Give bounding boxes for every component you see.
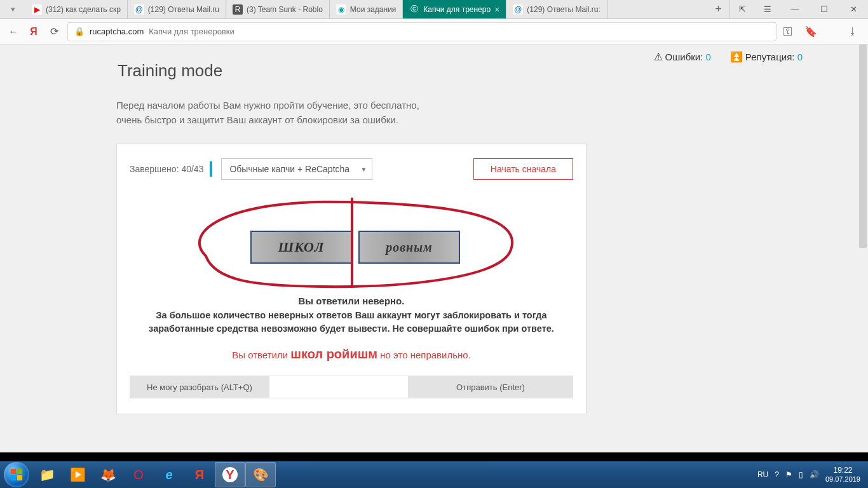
taskbar-opera-icon[interactable]: O — [123, 462, 154, 487]
tab-list-button[interactable]: ▾ — [0, 0, 25, 18]
tab-favicon: @ — [513, 4, 523, 15]
wrong-body: За большое количество неверных ответов В… — [130, 309, 573, 336]
intro-text: Перед началом работы Вам нужно пройти об… — [116, 98, 447, 127]
taskbar-media-icon[interactable]: ▶️ — [62, 462, 93, 487]
cant-read-button[interactable]: Не могу разобрать (ALT+Q) — [130, 376, 269, 398]
taskbar-firefox-icon[interactable]: 🦊 — [93, 462, 123, 487]
browser-tab[interactable]: ◉Мои задания — [330, 0, 403, 18]
errors-value: 0 — [706, 51, 711, 62]
tab-favicon: ⓒ — [409, 4, 419, 15]
browser-tab[interactable]: ⓒКапчи для тренеро× — [403, 0, 506, 18]
tab-favicon: ◉ — [336, 4, 346, 15]
reputation-value: 0 — [797, 51, 803, 62]
tab-label: (312) как сделать скр — [46, 5, 121, 14]
window-controls: ⇱ ☰ — ☐ ✕ — [729, 0, 868, 18]
page-title: Training mode — [118, 61, 587, 81]
training-panel: Завершено: 40/43 Обычные капчи + ReCaptc… — [116, 144, 587, 414]
tab-label: Мои задания — [350, 5, 397, 14]
stats-bar: ⚠Ошибки: 0 ⏫Репутация: 0 — [654, 51, 803, 63]
viewport: ⚠Ошибки: 0 ⏫Репутация: 0 Training mode П… — [0, 44, 868, 461]
key-icon[interactable]: ⚿ — [783, 26, 793, 37]
tab-label: (129) Ответы Mail.ru: — [527, 5, 600, 14]
svg-rect-3 — [11, 475, 16, 480]
tray-lang[interactable]: RU — [757, 470, 768, 479]
restart-button[interactable]: Начать сначала — [473, 158, 573, 180]
browser-tab[interactable]: @(129) Ответы Mail.ru: — [506, 0, 607, 18]
downloads-icon[interactable]: ⭳ — [848, 26, 858, 37]
captcha-zone: ШКОЛ ровным — [130, 193, 573, 294]
back-button[interactable]: ← — [6, 26, 20, 37]
tab-label: Капчи для тренеро — [423, 5, 491, 14]
tab-close-icon[interactable]: × — [494, 4, 499, 15]
errors-label: Ошибки: — [665, 51, 703, 62]
progress-label: Завершено: 40/43 — [130, 161, 212, 177]
svg-rect-1 — [11, 469, 16, 474]
captcha-image-right: ровным — [358, 231, 460, 264]
pin-icon[interactable]: ⇱ — [729, 0, 755, 18]
wrong-answer-line: Вы ответили школ ройишм но это неправиль… — [130, 347, 573, 362]
wrong-title: Вы ответили неверно. — [130, 295, 573, 306]
tray-sound-icon[interactable]: 🔊 — [810, 470, 819, 479]
tray-help-icon[interactable]: ? — [775, 470, 779, 479]
url-title: Капчи для тренеровки — [149, 27, 234, 36]
url-host: rucaptcha.com — [90, 27, 144, 36]
bookmark-icon[interactable]: 🔖 — [804, 25, 817, 37]
captcha-image-left: ШКОЛ — [250, 231, 352, 264]
omnibox[interactable]: 🔒 rucaptcha.com Капчи для тренеровки — [67, 22, 776, 41]
browser-tab[interactable]: @(129) Ответы Mail.ru — [128, 0, 226, 18]
svg-rect-4 — [17, 475, 22, 480]
new-tab-button[interactable]: + — [708, 0, 729, 18]
tab-favicon: @ — [134, 4, 144, 15]
tab-label: (129) Ответы Mail.ru — [148, 5, 219, 14]
extensions-icon[interactable]: ☰ — [755, 0, 780, 18]
address-bar: ← Я ⟳ 🔒 rucaptcha.com Капчи для тренеров… — [0, 19, 868, 44]
reload-button[interactable]: ⟳ — [47, 25, 61, 37]
tab-label: (3) Team Sunk - Roblo — [247, 5, 323, 14]
tray-flag-icon[interactable]: ⚑ — [785, 470, 792, 479]
start-button[interactable] — [4, 462, 29, 487]
browser-tab[interactable]: ▶(312) как сделать скр — [25, 0, 128, 18]
taskbar-explorer-icon[interactable]: 📁 — [32, 462, 62, 487]
taskbar-paint-icon[interactable]: 🎨 — [245, 462, 276, 487]
browser-tabs: ▶(312) как сделать скр@(129) Ответы Mail… — [25, 0, 708, 18]
close-window-button[interactable]: ✕ — [839, 0, 868, 18]
maximize-button[interactable]: ☐ — [810, 0, 839, 18]
tray-battery-icon[interactable]: ▯ — [799, 470, 803, 479]
tab-favicon: R — [233, 4, 243, 15]
taskbar-yandex-icon[interactable]: Я — [184, 462, 215, 487]
tab-favicon: ▶ — [32, 4, 42, 15]
reputation-label: Репутация: — [745, 51, 795, 62]
system-tray[interactable]: RU ? ⚑ ▯ 🔊 19:22 09.07.2019 — [757, 466, 864, 483]
scrollbar[interactable] — [858, 44, 868, 452]
submit-button[interactable]: Отправить (Enter) — [408, 376, 573, 398]
svg-rect-2 — [17, 469, 22, 474]
captcha-type-select[interactable]: Обычные капчи + ReCaptcha — [221, 158, 372, 180]
lock-icon: 🔒 — [74, 27, 85, 36]
warning-icon: ⚠ — [654, 51, 663, 62]
answer-input[interactable] — [269, 376, 408, 398]
tray-clock[interactable]: 19:22 09.07.2019 — [825, 466, 860, 483]
window-titlebar: ▾ ▶(312) как сделать скр@(129) Ответы Ma… — [0, 0, 868, 19]
minimize-button[interactable]: — — [780, 0, 810, 18]
taskbar-ie-icon[interactable]: e — [154, 462, 184, 487]
user-answer: школ ройишм — [290, 347, 377, 361]
black-border — [0, 452, 868, 461]
answer-row: Не могу разобрать (ALT+Q) Отправить (Ent… — [130, 376, 573, 398]
taskbar-yandex-browser-icon[interactable]: Y — [215, 462, 245, 487]
browser-tab[interactable]: R(3) Team Sunk - Roblo — [226, 0, 330, 18]
taskbar: 📁 ▶️ 🦊 O e Я Y 🎨 RU ? ⚑ ▯ 🔊 19:22 09.07.… — [0, 461, 868, 488]
reputation-icon: ⏫ — [730, 51, 743, 62]
yandex-home-button[interactable]: Я — [27, 26, 41, 37]
